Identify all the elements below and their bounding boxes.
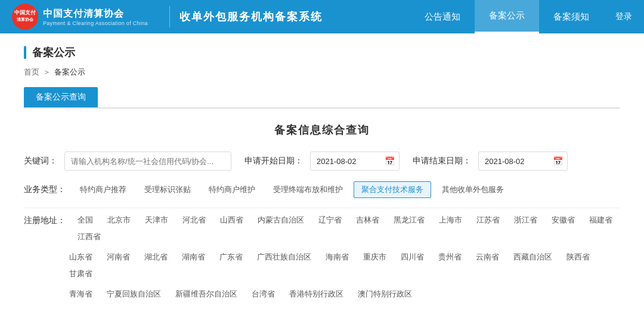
region-tag-r3-1[interactable]: 宁夏回族自治区 xyxy=(101,287,167,301)
nav-item-announcement[interactable]: 公告通知 xyxy=(410,0,475,33)
business-type-row: 业务类型： 特约商户推荐 受理标识张贴 特约商户维护 受理终端布放和维护 聚合支… xyxy=(24,181,620,198)
region-tags-row2: 山东省 河南省 湖北省 湖南省 广东省 广西壮族自治区 海南省 重庆市 四川省 … xyxy=(63,250,620,281)
region-tag-r2-13[interactable]: 甘肃省 xyxy=(63,267,98,281)
tab-bar: 备案公示查询 xyxy=(24,87,620,109)
logo-icon: 中国支付 清算协会 xyxy=(12,4,38,30)
start-date-wrapper: 📅 xyxy=(310,152,400,171)
end-date-input[interactable] xyxy=(478,152,568,171)
region-tag-r2-10[interactable]: 云南省 xyxy=(470,250,505,264)
end-date-wrapper: 📅 xyxy=(478,152,568,171)
nav-item-notice[interactable]: 备案须知 xyxy=(539,0,603,33)
keyword-label: 关键词： xyxy=(24,156,57,166)
region-tag-7[interactable]: 吉林省 xyxy=(350,213,385,227)
page-title: 备案公示 xyxy=(32,45,75,60)
region-tag-r3-3[interactable]: 台湾省 xyxy=(246,287,281,301)
region-tag-r2-7[interactable]: 重庆市 xyxy=(357,250,392,264)
separator-1 xyxy=(24,208,620,208)
main-content: 备案公示 首页 ＞ 备案公示 备案公示查询 备案信息综合查询 关键词： 申请开始… xyxy=(0,33,644,309)
nav-item-filing[interactable]: 备案公示 xyxy=(475,0,539,33)
region-tag-r2-5[interactable]: 广西壮族自治区 xyxy=(251,250,317,264)
business-tag-2[interactable]: 特约商户维护 xyxy=(202,182,262,197)
end-date-label: 申请结束日期： xyxy=(413,156,471,166)
region-tag-14[interactable]: 江西省 xyxy=(72,230,107,244)
logo-cn: 中国支付清算协会 xyxy=(43,8,148,20)
logo-text: 中国支付清算协会 Payment & Clearing Association … xyxy=(43,8,148,26)
region-tag-8[interactable]: 黑龙江省 xyxy=(388,213,431,227)
region-tag-3[interactable]: 河北省 xyxy=(177,213,212,227)
business-tag-5[interactable]: 其他收单外包服务 xyxy=(435,182,511,197)
breadcrumb-home[interactable]: 首页 xyxy=(24,67,39,78)
region-tag-r3-4[interactable]: 香港特别行政区 xyxy=(283,287,349,301)
business-tag-3[interactable]: 受理终端布放和维护 xyxy=(266,182,350,197)
region-tag-r2-1[interactable]: 河南省 xyxy=(101,250,136,264)
region-tag-r2-3[interactable]: 湖南省 xyxy=(176,250,211,264)
breadcrumb-current: 备案公示 xyxy=(54,67,85,78)
region-label: 注册地址： xyxy=(24,213,66,226)
business-label: 业务类型： xyxy=(24,184,66,195)
search-section: 备案信息综合查询 关键词： 申请开始日期： 📅 申请结束日期： 📅 业务类型： … xyxy=(24,123,620,301)
region-label-2 xyxy=(24,250,57,252)
start-date-label: 申请开始日期： xyxy=(244,156,303,166)
breadcrumb-separator: ＞ xyxy=(43,67,51,78)
header: 中国支付 清算协会 中国支付清算协会 Payment & Clearing As… xyxy=(0,0,644,33)
region-tag-r2-8[interactable]: 四川省 xyxy=(395,250,430,264)
login-button[interactable]: 登录 xyxy=(603,11,644,22)
business-tag-1[interactable]: 受理标识张贴 xyxy=(137,182,198,197)
region-tag-11[interactable]: 浙江省 xyxy=(508,213,543,227)
region-tags-row3: 青海省 宁夏回族自治区 新疆维吾尔自治区 台湾省 香港特别行政区 澳门特别行政区 xyxy=(63,287,620,301)
logo: 中国支付 清算协会 中国支付清算协会 Payment & Clearing As… xyxy=(0,0,160,33)
start-date-input[interactable] xyxy=(310,152,400,171)
tab-filing-query[interactable]: 备案公示查询 xyxy=(24,87,98,107)
title-bar-decoration xyxy=(24,46,26,59)
region-tag-1[interactable]: 北京市 xyxy=(101,213,137,227)
region-tag-2[interactable]: 天津市 xyxy=(139,213,174,227)
logo-en: Payment & Clearing Association of China xyxy=(43,20,148,26)
region-tag-r3-0[interactable]: 青海省 xyxy=(63,287,98,301)
svg-text:清算协会: 清算协会 xyxy=(17,17,34,22)
region-tag-12[interactable]: 安徽省 xyxy=(546,213,581,227)
region-tag-4[interactable]: 山西省 xyxy=(214,213,249,227)
region-row-2: 山东省 河南省 湖北省 湖南省 广东省 广西壮族自治区 海南省 重庆市 四川省 … xyxy=(24,250,620,281)
page-title-block: 备案公示 xyxy=(24,45,620,60)
region-tag-6[interactable]: 辽宁省 xyxy=(312,213,348,227)
search-form-row: 关键词： 申请开始日期： 📅 申请结束日期： 📅 xyxy=(24,152,620,171)
region-tag-5[interactable]: 内蒙古自治区 xyxy=(252,213,310,227)
main-nav: 公告通知 备案公示 备案须知 登录 xyxy=(410,0,644,33)
region-tag-r2-12[interactable]: 陕西省 xyxy=(561,250,596,264)
search-title: 备案信息综合查询 xyxy=(24,123,620,137)
business-tag-4[interactable]: 聚合支付技术服务 xyxy=(354,181,431,198)
header-divider xyxy=(169,6,170,27)
region-tag-13[interactable]: 福建省 xyxy=(583,213,618,227)
region-tag-r2-9[interactable]: 贵州省 xyxy=(432,250,467,264)
region-tag-r2-4[interactable]: 广东省 xyxy=(213,250,249,264)
system-title: 收单外包服务机构备案系统 xyxy=(179,10,323,24)
svg-text:中国支付: 中国支付 xyxy=(14,10,36,16)
region-row-3: 青海省 宁夏回族自治区 新疆维吾尔自治区 台湾省 香港特别行政区 澳门特别行政区 xyxy=(24,287,620,301)
region-tag-0[interactable]: 全国 xyxy=(72,213,99,227)
region-row-1: 注册地址： 全国 北京市 天津市 河北省 山西省 内蒙古自治区 辽宁省 吉林省 … xyxy=(24,213,620,244)
business-tag-0[interactable]: 特约商户推荐 xyxy=(73,182,134,197)
region-tag-r3-5[interactable]: 澳门特别行政区 xyxy=(352,287,418,301)
region-tags-row1: 全国 北京市 天津市 河北省 山西省 内蒙古自治区 辽宁省 吉林省 黑龙江省 上… xyxy=(72,213,620,244)
region-tag-r2-0[interactable]: 山东省 xyxy=(63,250,98,264)
region-tag-9[interactable]: 上海市 xyxy=(433,213,468,227)
region-tag-r2-11[interactable]: 西藏自治区 xyxy=(507,250,558,264)
region-tag-r2-2[interactable]: 湖北省 xyxy=(138,250,174,264)
region-label-3 xyxy=(24,287,57,289)
region-tag-10[interactable]: 江苏省 xyxy=(470,213,506,227)
region-tag-r2-6[interactable]: 海南省 xyxy=(320,250,355,264)
keyword-input[interactable] xyxy=(64,152,231,171)
breadcrumb: 首页 ＞ 备案公示 xyxy=(24,67,620,78)
region-tag-r3-2[interactable]: 新疆维吾尔自治区 xyxy=(169,287,243,301)
